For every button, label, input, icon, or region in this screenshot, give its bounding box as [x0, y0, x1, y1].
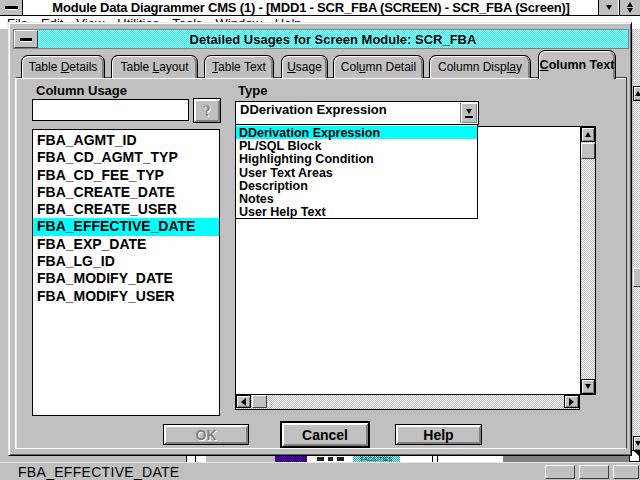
list-item[interactable]: FBA_EXP_DATE — [33, 236, 219, 253]
list-item[interactable]: FBA_CREATE_DATE — [33, 184, 219, 201]
combobox-dropdown-button[interactable] — [460, 103, 477, 123]
scroll-down-button[interactable] — [581, 379, 595, 394]
tab-column-text[interactable]: Column Text — [538, 50, 616, 79]
dropdown-item[interactable]: User Help Text — [236, 205, 477, 218]
list-item[interactable]: FBA_CD_AGMT_TYP — [33, 149, 219, 166]
dropdown-item[interactable]: User Text Areas — [236, 166, 477, 179]
cancel-button-default-ring: Cancel — [280, 421, 370, 448]
cancel-button[interactable]: Cancel — [282, 423, 368, 446]
dropdown-item[interactable]: Highlighting Condition — [236, 152, 477, 165]
help-button[interactable]: Help — [395, 424, 482, 445]
background-scroll-down-button[interactable] — [633, 436, 640, 451]
window-title: Module Data Diagrammer CMS (1) - [MDD1 -… — [24, 0, 598, 15]
list-item[interactable]: FBA_MODIFY_USER — [33, 288, 219, 305]
detailed-usages-dialog: Detailed Usages for Screen Module: SCR_F… — [8, 22, 632, 456]
scroll-down-icon — [585, 384, 591, 389]
scroll-left-button[interactable] — [236, 395, 251, 408]
window-titlebar: Module Data Diagrammer CMS (1) - [MDD1 -… — [0, 0, 640, 16]
column-usage-listbox[interactable]: FBA_AGMT_ID FBA_CD_AGMT_TYP FBA_CD_FEE_T… — [32, 129, 220, 416]
dropdown-item[interactable]: Description — [236, 179, 477, 192]
dropdown-item[interactable]: PL/SQL Block — [236, 139, 477, 152]
list-item-selected[interactable]: FBA_EFFECTIVE_DATE — [33, 218, 219, 235]
tab-table-text[interactable]: Table Text — [204, 55, 274, 78]
scroll-left-icon — [241, 398, 246, 406]
dropdown-item-selected[interactable]: DDerivation Expression — [236, 126, 477, 139]
ok-button[interactable]: OK — [163, 424, 249, 445]
dialog-system-menu-button[interactable] — [14, 30, 38, 48]
scroll-down-icon — [635, 441, 640, 446]
type-label: Type — [238, 83, 267, 98]
window-system-menu-button[interactable] — [0, 0, 23, 15]
scroll-up-icon — [635, 91, 640, 96]
column-usage-filter-input[interactable] — [32, 99, 189, 121]
tab-column-display[interactable]: Column Display — [429, 55, 531, 78]
scroll-right-icon — [569, 398, 574, 406]
tab-column-detail[interactable]: Column Detail — [333, 55, 424, 78]
list-item[interactable]: FBA_LG_ID — [33, 253, 219, 270]
dialog-system-menu-icon — [20, 38, 32, 41]
minimize-button[interactable] — [598, 0, 618, 15]
chevron-down-icon — [466, 109, 472, 114]
minimize-icon — [606, 5, 612, 10]
statusbar-panel — [545, 465, 575, 479]
restore-button[interactable] — [619, 0, 640, 15]
tab-usage[interactable]: Usage — [281, 55, 328, 78]
tab-page-column-text: Column Usage ? FBA_AGMT_ID FBA_CD_AGMT_T… — [15, 77, 627, 449]
tab-table-details[interactable]: Table Details — [21, 55, 105, 78]
list-item[interactable]: FBA_MODIFY_DATE — [33, 270, 219, 287]
statusbar: FBA_EFFECTIVE_DATE — [0, 462, 640, 480]
list-item[interactable]: FBA_AGMT_ID — [33, 132, 219, 149]
scroll-up-icon — [585, 132, 591, 137]
list-item[interactable]: FBA_CD_FEE_TYP — [33, 167, 219, 184]
horizontal-scrollbar-thumb[interactable] — [252, 395, 267, 408]
textarea-vertical-scrollbar[interactable] — [580, 126, 596, 395]
type-dropdown-list[interactable]: DDerivation Expression PL/SQL Block High… — [235, 124, 478, 219]
background-scroll-up-button[interactable] — [633, 86, 640, 101]
statusbar-text: FBA_EFFECTIVE_DATE — [18, 464, 180, 480]
statusbar-panel — [613, 465, 639, 479]
background-vertical-scrollbar[interactable] — [633, 29, 640, 456]
tab-table-layout[interactable]: Table Layout — [111, 55, 198, 78]
find-question-icon: ? — [202, 101, 212, 120]
find-button[interactable]: ? — [193, 98, 221, 123]
dialog-titlebar: Detailed Usages for Screen Module: SCR_F… — [13, 29, 629, 49]
scroll-right-button[interactable] — [564, 395, 579, 408]
list-item[interactable]: FBA_CREATE_USER — [33, 201, 219, 218]
system-menu-icon — [5, 6, 18, 9]
vertical-scrollbar-thumb[interactable] — [581, 143, 595, 159]
type-combobox[interactable]: DDerivation Expression — [235, 101, 479, 125]
dropdown-item[interactable]: Notes — [236, 192, 477, 205]
dialog-title: Detailed Usages for Screen Module: SCR_F… — [38, 30, 628, 48]
background-scrollbar-thumb[interactable] — [633, 268, 640, 287]
type-combobox-value: DDerivation Expression — [240, 102, 387, 124]
scroll-up-button[interactable] — [581, 127, 595, 142]
textarea-horizontal-scrollbar[interactable] — [235, 395, 580, 410]
statusbar-panel — [579, 465, 609, 479]
restore-icon — [627, 2, 633, 13]
column-usage-label: Column Usage — [36, 83, 127, 98]
